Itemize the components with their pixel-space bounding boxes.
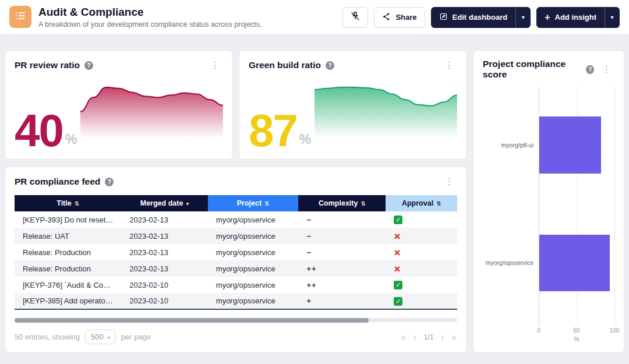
list-icon [15,10,26,24]
cell-approval: ✓ [386,293,457,309]
help-icon[interactable]: ? [105,178,114,186]
cell-approval: ✓ [386,277,457,293]
bar-myorg-opsservice[interactable] [539,235,610,291]
column-header-approval[interactable]: Approval⇅ [386,195,457,211]
cell-approval: × [386,244,457,260]
card-title: Project compliance score [483,59,581,80]
approval-pass-icon: ✓ [394,281,402,289]
edit-pencil-icon [439,12,448,23]
chevron-down-icon: ▾ [610,14,613,20]
cell-complexity: ++ [298,260,386,277]
column-label: Approval [402,199,433,207]
table-row: Release: Production2023-02-13myorg/opsse… [15,244,457,260]
bar-myorg-ptf-ui[interactable] [539,116,601,174]
cell-title: [KEYP-393] Do not reset… [15,211,121,228]
dashboard-icon-tile [9,6,31,28]
unpin-button[interactable] [342,7,368,28]
sort-desc-icon: ▾ [186,200,189,207]
prev-page-button[interactable]: ‹ [413,332,417,342]
column-label: Title [56,199,71,207]
page-size-select[interactable]: 500 ▴ [85,330,116,344]
table-row: [KEYP-393] Do not reset…2023-02-13myorg/… [15,211,457,228]
cell-project: myorg/opsservice [208,244,299,260]
edit-dashboard-button[interactable]: Edit dashboard [431,7,516,28]
page-indicator: 1/1 [423,333,433,341]
pr-feed-table: Title⇅Merged date▾Project⇅Complexity⇅App… [15,195,457,310]
edit-dashboard-label: Edit dashboard [453,13,508,22]
cell-project: myorg/opsservice [208,228,299,244]
column-header-merged-date[interactable]: Merged date▾ [121,195,207,211]
table-row: Release: UAT2023-02-13myorg/opsservice−× [15,228,457,244]
page-header: Audit & Compliance A breakdown of your d… [0,0,629,35]
sort-icon: ⇅ [361,200,365,207]
entries-summary: 50 entries, showing [15,333,80,341]
column-label: Complexity [319,199,358,207]
green-build-sparkline-chart [314,77,457,138]
cell-project: myorg/opsservice [208,211,299,228]
sort-icon: ⇅ [436,200,441,207]
cell-approval: × [386,260,457,277]
column-label: Merged date [140,199,183,207]
horizontal-scrollbar-thumb[interactable] [15,318,369,323]
page-title: Audit & Compliance [38,6,262,19]
plus-icon: + [545,12,550,23]
card-title: PR compliance feed [15,176,100,187]
card-menu-button[interactable]: ⋮ [599,63,614,76]
card-menu-button[interactable]: ⋮ [441,175,457,188]
pr-review-value: 40 [15,111,63,151]
cell-project: myorg/opsservice [208,260,299,277]
table-row: Release: Production2023-02-13myorg/opsse… [15,260,457,277]
approval-fail-icon: × [394,246,400,259]
share-button[interactable]: Share [374,7,425,28]
add-insight-button[interactable]: + Add insight [536,7,605,28]
gridline-100 [614,87,615,325]
share-button-label: Share [395,13,416,22]
help-icon[interactable]: ? [326,61,334,70]
page-subtitle: A breakdown of your development complian… [38,20,262,29]
cell-merged-date: 2023-02-13 [121,211,207,228]
edit-dashboard-menu-caret[interactable]: ▾ [515,7,531,28]
sort-icon: ⇅ [264,200,269,207]
pr-review-unit: % [65,132,77,147]
cell-approval: × [386,228,457,244]
help-icon[interactable]: ? [84,61,93,70]
column-header-project[interactable]: Project⇅ [208,195,299,211]
pr-feed-table-body: [KEYP-393] Do not reset…2023-02-13myorg/… [15,211,457,309]
bar-chart-plot-area [539,87,614,325]
compliance-bar-chart: myorg/ptf-ui myorg/opsservice [483,87,614,325]
cell-complexity: + [298,293,386,309]
x-tick: 50 [573,327,579,334]
card-title: Green build ratio [249,60,321,70]
project-compliance-score-card: Project compliance score ? ⋮ myorg/ptf-u… [473,50,624,353]
green-build-ratio-card: Green build ratio ? ⋮ 87 % [239,50,467,160]
cell-title: [KEYP-385] Add operato… [15,293,121,309]
add-insight-label: Add insight [555,13,597,22]
edit-dashboard-split-button: Edit dashboard ▾ [431,7,531,28]
horizontal-scrollbar [15,318,457,322]
add-insight-menu-caret[interactable]: ▾ [605,7,620,28]
pr-review-sparkline-chart [80,77,223,138]
caret-up-icon: ▴ [108,334,110,340]
next-page-button[interactable]: › [440,332,444,342]
first-page-button[interactable]: « [400,332,407,342]
card-menu-button[interactable]: ⋮ [207,59,223,72]
per-page-label: per page [121,333,151,341]
help-icon[interactable]: ? [586,65,594,74]
column-header-title[interactable]: Title⇅ [15,195,121,211]
green-build-value: 87 [249,111,297,151]
cell-complexity: − [298,244,386,260]
table-header-row: Title⇅Merged date▾Project⇅Complexity⇅App… [15,195,457,211]
chevron-down-icon: ▾ [522,14,525,20]
card-menu-button[interactable]: ⋮ [441,59,457,72]
column-label: Project [237,199,262,207]
pr-compliance-feed-card: PR compliance feed ? ⋮ Title⇅Merged date… [5,167,467,353]
bar-category-label: myorg/ptf-ui [501,142,533,149]
dashboard-content: PR review ratio ? ⋮ 40 % [0,35,629,353]
cell-project: myorg/opsservice [208,277,299,293]
cell-complexity: ++ [298,277,386,293]
column-header-complexity[interactable]: Complexity⇅ [298,195,386,211]
x-axis-ticks: 0 50 100 [539,327,614,336]
last-page-button[interactable]: » [451,332,457,342]
approval-pass-icon: ✓ [394,297,402,306]
cell-title: Release: Production [15,244,121,260]
